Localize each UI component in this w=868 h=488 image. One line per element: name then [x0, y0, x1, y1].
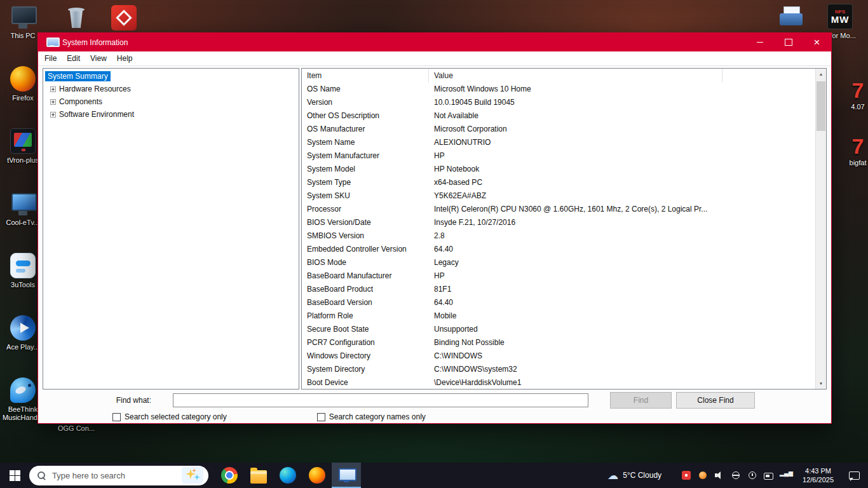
- checkbox-label: Search category names only: [329, 412, 426, 421]
- find-button[interactable]: Find: [610, 392, 672, 409]
- desktop-icon-recycle-bin[interactable]: [53, 5, 99, 33]
- icon-firefox: [309, 467, 325, 484]
- value-cell: ALEXIONUTRIO: [429, 136, 815, 149]
- start-button[interactable]: [0, 463, 29, 488]
- clock-time: 4:43 PM: [803, 466, 834, 475]
- item-cell: BaseBoard Version: [302, 296, 429, 309]
- desktop-icon-seven-b[interactable]: 7 bigfat: [844, 133, 868, 167]
- table-row-system-type[interactable]: System Type x64-based PC: [302, 176, 815, 189]
- column-header-item[interactable]: Item: [302, 69, 429, 83]
- checkbox-search-category-names[interactable]: Search category names only: [317, 412, 426, 421]
- close-find-button[interactable]: Close Find: [676, 392, 755, 409]
- taskbar-clock[interactable]: 4:43 PM 12/6/2025: [803, 466, 834, 484]
- table-row-version[interactable]: Version 10.0.19045 Build 19045: [302, 96, 815, 109]
- category-tree: System Summary Hardware Resources Compon…: [43, 68, 299, 390]
- table-row-windows-directory[interactable]: Windows Directory C:\WINDOWS: [302, 349, 815, 363]
- taskbar-app-system-information[interactable]: [332, 463, 361, 488]
- scrollbar-thumb[interactable]: [817, 81, 825, 131]
- tray-icon-network[interactable]: [730, 470, 742, 481]
- table-row-embedded-controller-version[interactable]: Embedded Controller Version 64.40: [302, 243, 815, 256]
- item-cell: System SKU: [302, 189, 429, 203]
- maximize-button[interactable]: [774, 33, 803, 51]
- table-row-smbios-version[interactable]: SMBIOS Version 2.8: [302, 229, 815, 243]
- item-cell: SMBIOS Version: [302, 229, 429, 243]
- item-cell: PCR7 Configuration: [302, 336, 429, 349]
- tray-icon-wifi[interactable]: [780, 470, 791, 481]
- menu-item-help[interactable]: Help: [112, 54, 138, 63]
- table-row-platform-role[interactable]: Platform Role Mobile: [302, 309, 815, 323]
- tray-icon-orange-dot[interactable]: [697, 470, 709, 481]
- table-row-baseboard-product[interactable]: BaseBoard Product 81F1: [302, 283, 815, 296]
- search-highlights-icon[interactable]: [182, 467, 203, 484]
- find-input[interactable]: [173, 393, 588, 407]
- desktop-icon-red-tile[interactable]: [101, 5, 147, 33]
- sparkle-star-icon: [192, 468, 196, 473]
- table-row-processor[interactable]: Processor Intel(R) Celeron(R) CPU N3060 …: [302, 203, 815, 216]
- title-bar[interactable]: System Information: [38, 33, 831, 51]
- taskbar-search[interactable]: Type here to search: [29, 466, 208, 485]
- table-row-pcr7-configuration[interactable]: PCR7 Configuration Binding Not Possible: [302, 336, 815, 349]
- value-cell: Not Available: [429, 109, 815, 123]
- menu-item-file[interactable]: File: [39, 54, 62, 63]
- table-row-secure-boot-state[interactable]: Secure Boot State Unsupported: [302, 323, 815, 336]
- table-row-boot-device[interactable]: Boot Device \Device\HarddiskVolume1: [302, 376, 815, 389]
- tree-item-components[interactable]: Components: [44, 95, 299, 108]
- close-button[interactable]: [803, 33, 831, 51]
- vertical-scrollbar[interactable]: ▲ ▼: [815, 69, 826, 389]
- table-row-bios-version-date[interactable]: BIOS Version/Date Insyde F.21, 10/27/201…: [302, 216, 815, 229]
- checkbox-icon[interactable]: [317, 413, 325, 421]
- table-row-system-manufacturer[interactable]: System Manufacturer HP: [302, 149, 815, 163]
- menu-item-view[interactable]: View: [85, 54, 112, 63]
- tree-item-label: Hardware Resources: [59, 85, 131, 93]
- cloud-icon: ☁: [607, 470, 618, 481]
- weather-text: 5°C Cloudy: [623, 471, 661, 480]
- table-row-other-os-description[interactable]: Other OS Description Not Available: [302, 109, 815, 123]
- desktop-icon-seven-a[interactable]: 7 4.07: [845, 78, 868, 111]
- table-row-system-name[interactable]: System Name ALEXIONUTRIO: [302, 136, 815, 149]
- table-row-bios-mode[interactable]: BIOS Mode Legacy: [302, 256, 815, 269]
- taskbar-app-chrome[interactable]: [215, 463, 244, 488]
- desktop-icon-label: Firefox: [12, 94, 34, 102]
- table-row-baseboard-version[interactable]: BaseBoard Version 64.40: [302, 296, 815, 309]
- tray-icon-volume[interactable]: [714, 470, 725, 481]
- expand-plus-icon[interactable]: [50, 99, 56, 105]
- desktop-icon-ogg[interactable]: OGG Con...: [53, 424, 99, 433]
- table-row-os-name[interactable]: OS Name Microsoft Windows 10 Home: [302, 83, 815, 96]
- checkbox-search-selected-category[interactable]: Search selected category only: [112, 412, 227, 421]
- scroll-up-icon[interactable]: ▲: [816, 69, 826, 79]
- window-title: System Information: [62, 38, 745, 47]
- desktop-icon-label: Cool-eTv...: [6, 219, 40, 227]
- desktop-icon-label: 4.07: [851, 103, 864, 111]
- value-cell: Microsoft Corporation: [429, 123, 815, 136]
- table-row-system-sku[interactable]: System SKU Y5K62EA#ABZ: [302, 189, 815, 203]
- expand-plus-icon[interactable]: [50, 86, 56, 92]
- taskbar-app-edge[interactable]: [273, 463, 302, 488]
- minimize-button[interactable]: [745, 33, 774, 51]
- table-row-baseboard-manufacturer[interactable]: BaseBoard Manufacturer HP: [302, 269, 815, 283]
- value-cell: Binding Not Possible: [429, 336, 815, 349]
- table-row-os-manufacturer[interactable]: OS Manufacturer Microsoft Corporation: [302, 123, 815, 136]
- desktop-icon-printer[interactable]: [768, 5, 814, 33]
- column-header-value[interactable]: Value: [429, 69, 722, 83]
- table-row-system-directory[interactable]: System Directory C:\WINDOWS\system32: [302, 363, 815, 376]
- clock-date: 12/6/2025: [803, 475, 834, 484]
- tree-item-hardware-resources[interactable]: Hardware Resources: [44, 83, 299, 95]
- scroll-down-icon[interactable]: ▼: [816, 378, 826, 389]
- taskbar-app-firefox[interactable]: [302, 463, 332, 488]
- tree-item-software-environment[interactable]: Software Environment: [44, 108, 299, 121]
- table-row-system-model[interactable]: System Model HP Notebook: [302, 163, 815, 176]
- tree-item-system-summary[interactable]: System Summary: [44, 70, 299, 83]
- tray-icon-battery[interactable]: [763, 470, 775, 481]
- taskbar-app-file-explorer[interactable]: [244, 463, 273, 488]
- summary-table: Item Value OS Name Microsoft Windows 10 …: [301, 68, 827, 390]
- action-center-icon[interactable]: [848, 470, 860, 481]
- weather-widget[interactable]: ☁ 5°C Cloudy: [607, 470, 661, 481]
- menu-item-edit[interactable]: Edit: [62, 54, 85, 63]
- item-cell: BIOS Version/Date: [302, 216, 429, 229]
- desktop-icon-label: tVron-plus: [7, 156, 39, 165]
- tray-icon-clock[interactable]: [747, 470, 758, 481]
- expand-plus-icon[interactable]: [50, 112, 56, 118]
- icon-ace-player: [10, 315, 36, 341]
- checkbox-icon[interactable]: [112, 413, 121, 421]
- tray-icon-red-record[interactable]: [681, 470, 692, 481]
